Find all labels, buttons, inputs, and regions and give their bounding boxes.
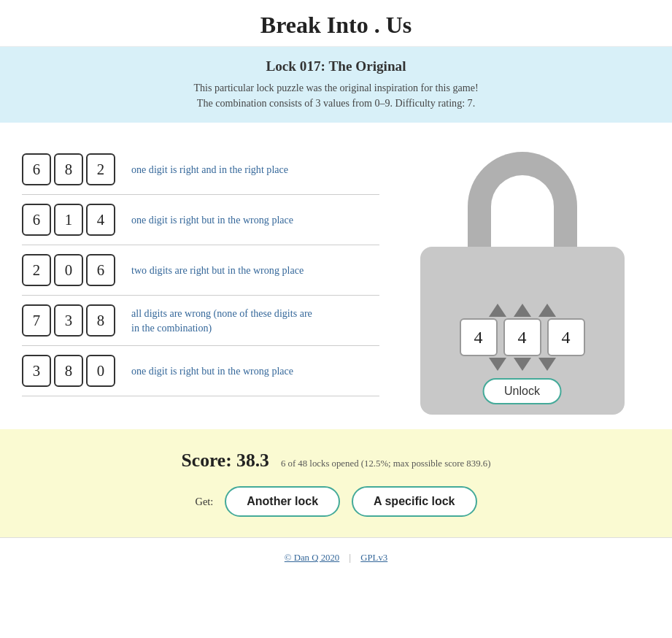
dial-1[interactable]: 4 [460,318,498,356]
main-content: 682one digit is right and in the right p… [0,123,672,429]
clue-hint-2: two digits are right but in the wrong pl… [131,263,304,277]
arrows-up [489,304,556,317]
clue-hint-1: one digit is right but in the wrong plac… [131,212,293,227]
digit-box-0-0: 6 [22,153,51,185]
arrow-down-3[interactable] [538,358,556,371]
lock-body: 4 4 4 Unlock [420,247,625,415]
clue-digits-1: 614 [22,204,117,236]
digit-box-4-1: 8 [54,355,83,387]
digit-box-0-1: 8 [54,153,83,185]
digit-box-3-0: 7 [22,304,51,337]
clue-row: 682one digit is right and in the right p… [22,145,379,195]
lock-visual: 4 4 4 Unlock [420,152,625,415]
digit-box-1-2: 4 [86,204,115,236]
get-label: Get: [195,496,213,508]
digit-box-2-0: 2 [22,254,51,286]
lock-description-line2: The combination consists of 3 values fro… [15,96,657,111]
arrow-up-3[interactable] [538,304,556,317]
dan-q-link[interactable]: © Dan Q 2020 [285,553,339,563]
dial-area: 4 4 4 [460,304,585,371]
digit-box-2-2: 6 [86,254,115,286]
clue-digits-0: 682 [22,153,117,185]
clue-row: 380one digit is right but in the wrong p… [22,346,379,396]
arrow-up-2[interactable] [514,304,531,317]
clue-row: 738all digits are wrong (none of these d… [22,296,379,346]
arrow-up-1[interactable] [489,304,506,317]
digit-box-1-1: 1 [54,204,83,236]
gplv3-link[interactable]: GPLv3 [360,553,387,563]
score-section: Score: 38.3 6 of 48 locks opened (12.5%;… [0,429,672,537]
dial-2[interactable]: 4 [503,318,541,356]
dial-3[interactable]: 4 [547,318,585,356]
clue-digits-4: 380 [22,355,117,387]
digit-box-3-2: 8 [86,304,115,337]
dials: 4 4 4 [460,318,585,356]
score-value: Score: 38.3 [182,450,269,472]
arrows-down [489,358,556,371]
page-title: Break Into . Us [0,12,672,39]
clue-hint-3: all digits are wrong (none of these digi… [131,306,314,336]
page-header: Break Into . Us [0,0,672,47]
another-lock-button[interactable]: Another lock [225,486,340,517]
lock-description-line1: This particular lock puzzle was the orig… [15,80,657,96]
clue-hint-0: one digit is right and in the right plac… [131,162,288,177]
digit-box-3-1: 3 [54,304,83,337]
score-meta: 6 of 48 locks opened (12.5%; max possibl… [281,458,491,469]
digit-box-1-0: 6 [22,204,51,236]
arrow-down-2[interactable] [514,358,531,371]
digit-box-2-1: 0 [54,254,83,286]
clue-row: 614one digit is right but in the wrong p… [22,195,379,245]
clue-digits-3: 738 [22,304,117,337]
lock-title: Lock 017: The Original [15,58,657,74]
arrow-down-1[interactable] [489,358,506,371]
digit-box-4-2: 0 [86,355,115,387]
clues-section: 682one digit is right and in the right p… [22,145,379,415]
lock-container: 4 4 4 Unlock [394,145,650,415]
button-row: Get: Another lock A specific lock [15,486,657,517]
page-footer: © Dan Q 2020 | GPLv3 [0,537,672,578]
score-line: Score: 38.3 6 of 48 locks opened (12.5%;… [15,450,657,472]
clue-row: 206two digits are right but in the wrong… [22,245,379,296]
clue-digits-2: 206 [22,254,117,286]
lock-banner: Lock 017: The Original This particular l… [0,47,672,123]
clue-hint-4: one digit is right but in the wrong plac… [131,364,293,378]
digit-box-4-0: 3 [22,355,51,387]
unlock-button[interactable]: Unlock [482,378,562,404]
digit-box-0-2: 2 [86,153,115,185]
specific-lock-button[interactable]: A specific lock [352,486,476,517]
